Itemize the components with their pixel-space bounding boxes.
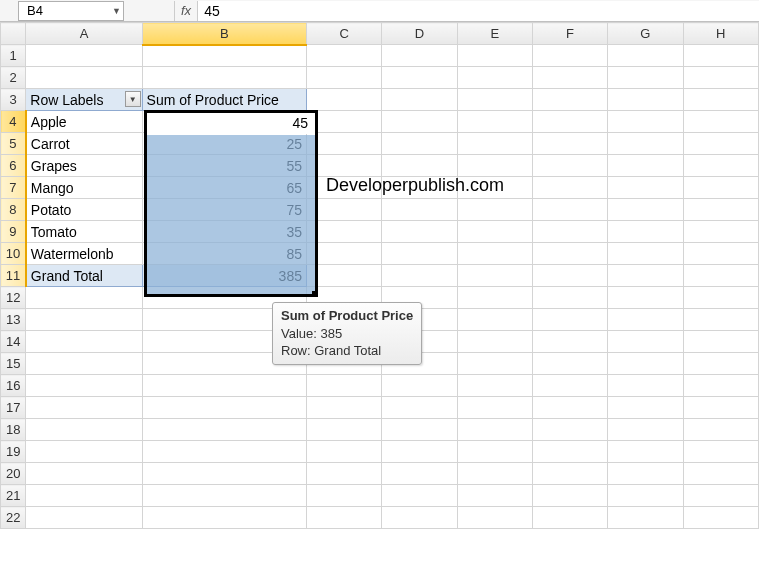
tooltip-row: Row: Grand Total [281, 342, 413, 360]
select-all-corner[interactable] [1, 23, 26, 45]
pivot-row-value[interactable]: 85 [142, 243, 306, 265]
col-header-C[interactable]: C [306, 23, 381, 45]
pivot-total-label[interactable]: Grand Total [26, 265, 142, 287]
fx-icon[interactable]: fx [174, 1, 198, 21]
cell-tooltip: Sum of Product Price Value: 385 Row: Gra… [272, 302, 422, 365]
tooltip-title: Sum of Product Price [281, 307, 413, 325]
row-header[interactable]: 10 [1, 243, 26, 265]
row-header[interactable]: 22 [1, 507, 26, 529]
row-header[interactable]: 1 [1, 45, 26, 67]
pivot-header-rowlabels[interactable]: Row Labels ▼ [26, 89, 142, 111]
row-header[interactable]: 6 [1, 155, 26, 177]
pivot-row-value[interactable]: 55 [142, 155, 306, 177]
row-header[interactable]: 14 [1, 331, 26, 353]
row-header[interactable]: 12 [1, 287, 26, 309]
chevron-down-icon[interactable]: ▼ [112, 2, 121, 20]
formula-bar: B4 ▼ fx [0, 0, 759, 22]
pivot-row-label[interactable]: Watermelonb [26, 243, 142, 265]
row-header[interactable]: 16 [1, 375, 26, 397]
row-header[interactable]: 13 [1, 309, 26, 331]
col-header-H[interactable]: H [683, 23, 758, 45]
row-header[interactable]: 5 [1, 133, 26, 155]
row-header[interactable]: 7 [1, 177, 26, 199]
row-header[interactable]: 9 [1, 221, 26, 243]
col-header-A[interactable]: A [26, 23, 142, 45]
pivot-row-value[interactable]: 45 [142, 111, 306, 133]
pivot-row-value[interactable]: 75 [142, 199, 306, 221]
name-box-value: B4 [27, 2, 43, 20]
row-header[interactable]: 18 [1, 419, 26, 441]
spreadsheet-grid[interactable]: A B C D E F G H 1 2 3 Row Labels ▼ Sum o… [0, 22, 759, 529]
pivot-row-label[interactable]: Carrot [26, 133, 142, 155]
pivot-row-label[interactable]: Tomato [26, 221, 142, 243]
row-header[interactable]: 11 [1, 265, 26, 287]
row-header[interactable]: 4 [1, 111, 26, 133]
row-header[interactable]: 8 [1, 199, 26, 221]
row-header[interactable]: 21 [1, 485, 26, 507]
row-header[interactable]: 19 [1, 441, 26, 463]
row-header[interactable]: 15 [1, 353, 26, 375]
pivot-row-value[interactable]: 25 [142, 133, 306, 155]
row-header[interactable]: 3 [1, 89, 26, 111]
pivot-total-value[interactable]: 385 [142, 265, 306, 287]
pivot-row-label[interactable]: Grapes [26, 155, 142, 177]
col-header-G[interactable]: G [608, 23, 683, 45]
col-header-D[interactable]: D [382, 23, 457, 45]
tooltip-value: Value: 385 [281, 325, 413, 343]
col-header-B[interactable]: B [142, 23, 306, 45]
col-header-E[interactable]: E [457, 23, 532, 45]
row-header[interactable]: 2 [1, 67, 26, 89]
formula-input[interactable] [198, 1, 759, 21]
row-header[interactable]: 20 [1, 463, 26, 485]
pivot-row-value[interactable]: 65 [142, 177, 306, 199]
pivot-row-value[interactable]: 35 [142, 221, 306, 243]
pivot-row-label[interactable]: Mango [26, 177, 142, 199]
name-box[interactable]: B4 ▼ [18, 1, 124, 21]
pivot-header-value[interactable]: Sum of Product Price [142, 89, 306, 111]
col-header-F[interactable]: F [532, 23, 607, 45]
filter-dropdown-icon[interactable]: ▼ [125, 91, 141, 107]
pivot-row-label[interactable]: Potato [26, 199, 142, 221]
watermark-text: Developerpublish.com [326, 175, 504, 196]
pivot-row-label[interactable]: Apple [26, 111, 142, 133]
row-header[interactable]: 17 [1, 397, 26, 419]
